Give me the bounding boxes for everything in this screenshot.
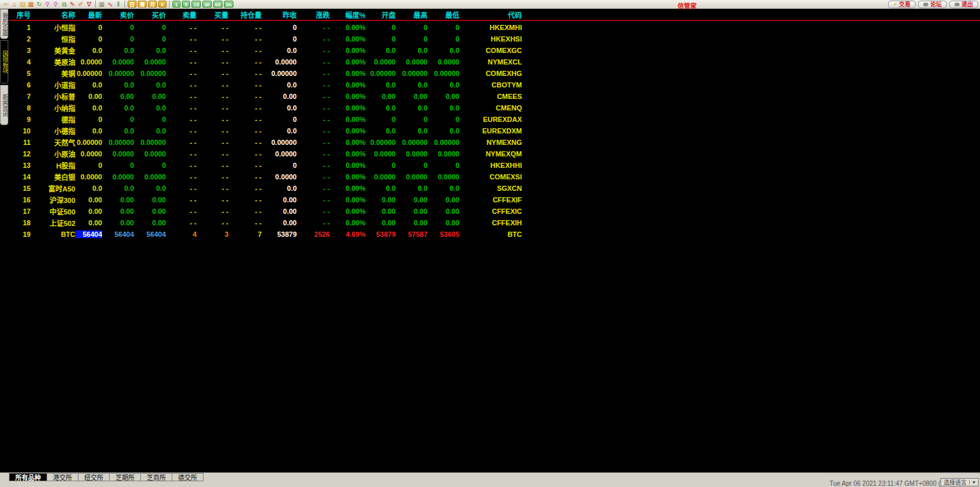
table-cell[interactable]: 5 — [9, 70, 31, 77]
table-cell[interactable]: 小恒指 — [31, 22, 75, 33]
table-cell[interactable]: 14 — [9, 173, 31, 181]
table-cell[interactable]: - - — [228, 207, 262, 215]
table-cell[interactable]: HKEXHHI — [459, 161, 522, 169]
table-cell[interactable]: - - — [228, 70, 262, 77]
table-cell[interactable]: 小德指 — [31, 126, 75, 136]
table-cell[interactable]: 0.00000 — [75, 139, 102, 146]
table-cell[interactable]: 0.0 — [262, 47, 297, 54]
table-cell[interactable]: 0.0000 — [366, 58, 396, 66]
table-cell[interactable]: 0 — [75, 161, 102, 169]
table-cell[interactable]: - - — [197, 24, 228, 31]
column-header[interactable]: 最高 — [396, 10, 427, 20]
table-cell[interactable]: 0 — [396, 35, 427, 43]
table-cell[interactable]: CFFEXIH — [459, 219, 522, 227]
table-cell[interactable]: 0.00000 — [396, 139, 427, 146]
table-cell[interactable]: 0 — [396, 116, 427, 123]
table-cell[interactable]: 0.00000 — [134, 70, 166, 77]
column-header[interactable]: 幅度% — [330, 10, 366, 20]
table-cell[interactable]: COMEXGC — [459, 47, 522, 54]
column-header[interactable]: 卖价 — [102, 10, 134, 20]
sidebar-tab-international[interactable]: 国际板块 — [0, 40, 8, 84]
table-cell[interactable]: 0 — [102, 35, 134, 43]
table-cell[interactable]: 0.0000 — [262, 150, 297, 158]
table-cell[interactable]: 0.0 — [366, 47, 396, 54]
line-chart-icon[interactable]: ∿ — [106, 1, 114, 8]
table-cell[interactable]: - - — [197, 161, 228, 169]
table-cell[interactable]: 0.00 — [134, 207, 166, 215]
table-cell[interactable]: 0.00000 — [102, 139, 134, 146]
table-cell[interactable]: 0.0000 — [75, 58, 102, 66]
exchange-tab[interactable]: 芝商所 — [141, 473, 172, 481]
table-cell[interactable]: 0.00 — [134, 219, 166, 227]
table-cell[interactable]: 0.00 — [366, 93, 396, 100]
table-cell[interactable]: 0.00 — [102, 196, 134, 204]
column-header[interactable]: 持仓量 — [228, 10, 262, 20]
table-cell[interactable]: - - — [197, 70, 228, 77]
period-button-周[interactable]: 周 — [138, 1, 147, 8]
table-cell[interactable]: - - — [197, 35, 228, 43]
table-row[interactable]: 3美黄金0.00.00.0- -- -- -0.0- -0.00%0.00.00… — [9, 45, 522, 56]
table-cell[interactable]: 56404 — [134, 230, 166, 238]
table-cell[interactable]: 0.00% — [330, 70, 366, 77]
refresh-icon[interactable]: ↻ — [35, 1, 43, 8]
table-cell[interactable]: 0 — [366, 24, 396, 31]
table-cell[interactable]: - - — [197, 173, 228, 181]
period-button-月[interactable]: 月 — [148, 1, 157, 8]
interval-button-30[interactable]: 30 — [202, 1, 212, 8]
table-cell[interactable]: 0.0 — [427, 81, 459, 89]
table-cell[interactable]: - - — [166, 104, 197, 112]
table-cell[interactable]: 美铜 — [31, 68, 75, 79]
table-cell[interactable]: 0.0 — [427, 127, 459, 135]
table-cell[interactable]: - - — [297, 93, 330, 100]
table-cell[interactable]: 0.00 — [396, 93, 427, 100]
pencil-icon[interactable]: ✎ — [68, 1, 77, 8]
table-cell[interactable]: CMENQ — [459, 104, 522, 112]
table-cell[interactable]: 0.0000 — [102, 150, 134, 158]
table-cell[interactable]: SGXCN — [459, 184, 522, 192]
table-cell[interactable]: 0.00000 — [134, 139, 166, 146]
table-cell[interactable]: - - — [297, 139, 330, 146]
interval-button-60[interactable]: 60 — [213, 1, 223, 8]
table-cell[interactable]: 0.0000 — [102, 58, 134, 66]
table-cell[interactable]: - - — [297, 116, 330, 123]
table-cell[interactable]: 0.00 — [396, 196, 427, 204]
table-cell[interactable]: - - — [197, 116, 228, 123]
table-row[interactable]: 8小纳指0.00.00.0- -- -- -0.0- -0.00%0.00.00… — [9, 102, 522, 114]
column-header[interactable]: 涨跌 — [297, 10, 330, 20]
table-row[interactable]: 16沪深3000.000.000.00- -- -- -0.00- -0.00%… — [9, 194, 522, 206]
table-cell[interactable]: 0 — [396, 161, 427, 169]
table-cell[interactable]: 0.0000 — [427, 58, 459, 66]
table-cell[interactable]: 0.00% — [330, 24, 366, 31]
table-cell[interactable]: 4 — [166, 230, 197, 238]
table-cell[interactable]: - - — [197, 139, 228, 146]
table-cell[interactable]: 0.00% — [330, 161, 366, 169]
sidebar-tab-news[interactable]: 新闻资讯 — [0, 85, 8, 125]
table-cell[interactable]: 美黄金 — [31, 45, 75, 56]
table-cell[interactable]: 0.00 — [102, 207, 134, 215]
table-cell[interactable]: - - — [297, 58, 330, 66]
table-cell[interactable]: 小标普 — [31, 91, 75, 101]
table-cell[interactable]: 10 — [9, 127, 31, 135]
table-cell[interactable]: 0.00000 — [427, 70, 459, 77]
table-cell[interactable]: 0 — [102, 161, 134, 169]
table-cell[interactable]: 0.0 — [134, 184, 166, 192]
table-cell[interactable]: 4.69% — [330, 230, 366, 238]
table-cell[interactable]: 0.00 — [75, 219, 102, 227]
table-cell[interactable]: 0.0 — [427, 47, 459, 54]
interval-button-15[interactable]: 15 — [191, 1, 201, 8]
table-cell[interactable]: 小纳指 — [31, 103, 75, 113]
exchange-tab[interactable]: 芝期所 — [110, 473, 141, 481]
table-cell[interactable]: 7 — [228, 230, 262, 238]
table-cell[interactable]: 7 — [9, 93, 31, 100]
table-cell[interactable]: 0.00 — [427, 93, 459, 100]
table-cell[interactable]: - - — [166, 58, 197, 66]
column-header[interactable]: 卖量 — [166, 10, 197, 20]
table-cell[interactable]: - - — [166, 196, 197, 204]
table-cell[interactable]: - - — [297, 81, 330, 89]
table-cell[interactable]: - - — [228, 116, 262, 123]
sidebar-tab-my-page[interactable]: 我的页面 — [0, 9, 8, 39]
table-cell[interactable]: 0.0 — [396, 104, 427, 112]
table-cell[interactable]: 0.0000 — [396, 58, 427, 66]
exchange-tab[interactable]: 港交所 — [47, 473, 78, 481]
table-cell[interactable]: 11 — [9, 139, 31, 146]
